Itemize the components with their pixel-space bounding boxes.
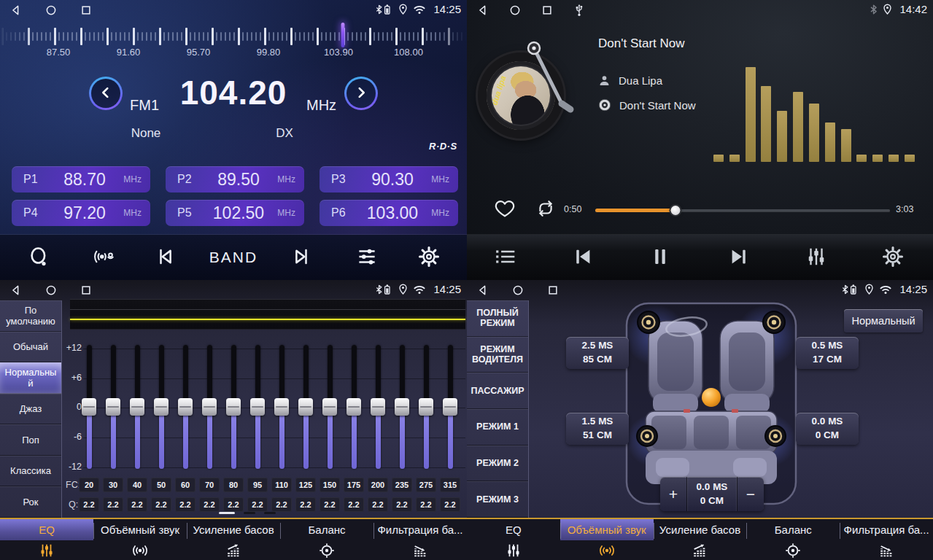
fc-value-12[interactable]: 200 [368,478,388,492]
delay-rear-left-button[interactable]: 1.5 MS 51 CM [566,413,629,445]
prev-station-button[interactable] [153,244,179,271]
tab-filter-surround[interactable]: Фильтрация ба... [840,519,933,560]
fc-value-8[interactable]: 110 [271,478,292,492]
broadcast-button[interactable] [92,244,118,271]
eq-slider-knob[interactable] [298,398,313,416]
eq-slider-knob[interactable] [202,398,217,416]
eq-slider-knob[interactable] [130,398,144,416]
eq-slider-knob[interactable] [395,398,409,416]
eq-band-slider-1[interactable] [106,345,120,469]
back-icon[interactable] [9,283,23,298]
back-icon[interactable] [476,283,490,298]
eq-slider-knob[interactable] [274,398,289,416]
back-icon[interactable] [9,3,23,18]
eq-band-slider-11[interactable] [347,345,361,469]
fc-value-1[interactable]: 30 [103,478,123,492]
q-value-4[interactable]: 2.2 [175,497,195,512]
recents-icon[interactable] [79,283,93,298]
mode-item-1[interactable]: РЕЖИМ ВОДИТЕЛЯ [467,337,528,373]
eq-band-slider-10[interactable] [322,345,337,469]
preset-button-p6[interactable]: P6103.00MHz [320,200,458,226]
mode-item-4[interactable]: РЕЖИМ 2 [467,446,528,482]
delay-rear-right-button[interactable]: 0.0 MS 0 CM [796,413,859,445]
next-track-button[interactable] [726,244,752,271]
eq-band-slider-9[interactable] [298,345,313,469]
back-icon[interactable] [476,3,490,18]
tab-balance-surround[interactable]: Баланс [746,519,840,560]
preset-button-p1[interactable]: P188.70MHz [12,166,150,192]
eq-band-slider-6[interactable] [226,345,241,469]
eq-band-slider-4[interactable] [178,345,193,469]
q-value-7[interactable]: 2.2 [247,497,268,512]
scan-button[interactable] [26,244,52,271]
fc-value-2[interactable]: 40 [127,478,147,492]
eq-slider-knob[interactable] [322,398,337,416]
eq-slider-knob[interactable] [82,398,96,416]
preset-button-p2[interactable]: P289.50MHz [166,166,304,192]
q-value-8[interactable]: 2.2 [271,497,292,512]
tab-balance-eq[interactable]: Баланс [280,519,373,560]
eq-band-slider-15[interactable] [443,345,457,469]
increase-delay-button[interactable]: + [660,477,686,511]
eq-slider-knob[interactable] [178,398,193,416]
tab-surround-eq[interactable]: Объёмный звук [93,519,187,560]
repeat-button[interactable] [534,198,557,220]
q-value-10[interactable]: 2.2 [320,497,340,512]
dial-pointer[interactable] [341,23,344,47]
tab-eq-surround[interactable]: EQ [467,519,560,560]
eq-button[interactable] [803,244,829,271]
playlist-button[interactable] [492,244,519,271]
mode-item-2[interactable]: ПАССАЖИР [467,373,528,409]
fc-value-4[interactable]: 60 [175,478,195,492]
eq-band-slider-0[interactable] [82,345,96,469]
recents-icon[interactable] [546,283,560,298]
eq-band-slider-2[interactable] [130,345,144,469]
eq-slider-knob[interactable] [250,398,265,416]
next-station-button[interactable] [287,244,314,271]
eq-band-slider-3[interactable] [154,345,169,469]
radio-dial[interactable]: 87.5091.6095.7099.80103.90108.00 [0,23,467,61]
q-value-13[interactable]: 2.2 [392,497,412,512]
progress-knob[interactable] [671,206,681,215]
delay-front-left-button[interactable]: 2.5 MS 85 CM [566,337,629,369]
settings-button[interactable] [416,244,442,271]
q-value-9[interactable]: 2.2 [295,497,316,512]
preset-button-p4[interactable]: P497.20MHz [12,200,150,226]
recents-icon[interactable] [540,3,554,18]
eq-slider-knob[interactable] [347,398,361,416]
audio-settings-button[interactable] [354,244,380,271]
mode-item-5[interactable]: РЕЖИМ 3 [467,481,528,518]
tune-down-button[interactable] [89,77,123,110]
fc-value-5[interactable]: 70 [199,478,220,492]
eq-band-slider-7[interactable] [250,345,265,469]
q-value-14[interactable]: 2.2 [416,497,436,512]
eq-band-slider-8[interactable] [274,345,289,469]
decrease-delay-button[interactable]: − [738,477,764,511]
eq-band-slider-13[interactable] [395,345,409,469]
fc-value-10[interactable]: 150 [320,478,340,492]
pause-button[interactable] [647,244,673,271]
previous-track-button[interactable] [570,244,596,271]
q-value-5[interactable]: 2.2 [199,497,220,512]
settings-button[interactable] [880,244,906,271]
tab-bass-eq[interactable]: Усиление басов [187,519,280,560]
fc-value-9[interactable]: 125 [295,478,316,492]
eq-band-slider-14[interactable] [419,345,433,469]
progress-bar[interactable] [595,206,890,214]
q-value-1[interactable]: 2.2 [103,497,123,512]
home-icon[interactable] [44,3,58,18]
q-value-12[interactable]: 2.2 [368,497,388,512]
q-value-0[interactable]: 2.2 [79,497,99,512]
fc-value-0[interactable]: 20 [79,478,99,492]
q-value-15[interactable]: 2.2 [440,497,460,512]
fc-value-15[interactable]: 315 [440,478,460,492]
eq-slider-knob[interactable] [106,398,120,416]
mode-item-3[interactable]: РЕЖИМ 1 [467,409,528,446]
favorite-button[interactable] [493,198,516,220]
q-value-6[interactable]: 2.2 [223,497,244,512]
fc-value-7[interactable]: 95 [247,478,268,492]
eq-slider-knob[interactable] [419,398,433,416]
band-button[interactable]: BAND [201,245,266,270]
fc-value-13[interactable]: 235 [392,478,412,492]
tab-surround-surround[interactable]: Объёмный звук [560,519,654,560]
